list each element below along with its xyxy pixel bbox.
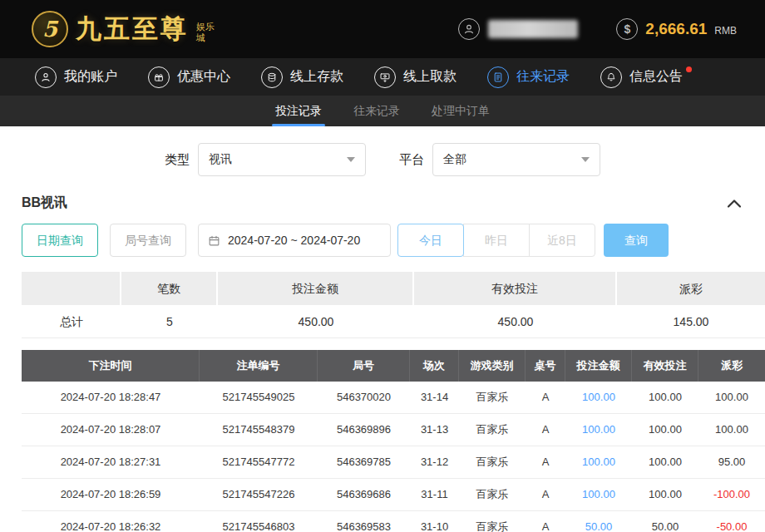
cell-bet-time: 2024-07-20 18:28:47: [22, 382, 200, 413]
balance-amount: 2,666.61: [645, 20, 707, 38]
balance[interactable]: $ 2,666.61 RMB: [616, 18, 737, 40]
nav-item-my-account[interactable]: 我的账户: [35, 66, 117, 88]
cell-game-type: 百家乐: [459, 446, 526, 478]
query-toolbar: 日期查询 局号查询 2024-07-20 ~ 2024-07-20 今日 昨日 …: [0, 224, 765, 257]
cell-game-type: 百家乐: [459, 414, 526, 446]
yesterday-button[interactable]: 昨日: [463, 224, 530, 257]
cell-session: 31-14: [410, 382, 459, 413]
collapse-chevron-up-icon[interactable]: [727, 199, 743, 209]
cell-round-id: 546369785: [318, 446, 410, 478]
tab-transaction-records[interactable]: 往来记录: [348, 96, 405, 126]
nav-item-label: 线上存款: [290, 68, 343, 86]
table-row: 2024-07-20 18:28:07521745548379546369896…: [22, 414, 765, 446]
type-select-value: 视讯: [209, 152, 232, 167]
user-account[interactable]: [458, 18, 578, 40]
sub-nav: 投注记录 往来记录 处理中订单: [0, 96, 765, 126]
column-header: 场次: [410, 350, 459, 382]
platform-select[interactable]: 全部: [432, 143, 600, 176]
cell-bet-amount[interactable]: 100.00: [565, 414, 632, 446]
cell-valid-bet: 50.00: [632, 511, 698, 532]
cell-order-id: 521745548379: [200, 414, 318, 446]
tab-processing-orders[interactable]: 处理中订单: [427, 96, 495, 126]
summary-table: 笔数 投注金额 有效投注 派彩 总计 5 450.00 450.00 145.0…: [22, 272, 765, 338]
nav-item-records[interactable]: 往来记录: [487, 66, 570, 88]
nav-item-announcements[interactable]: 信息公告: [600, 66, 683, 88]
cell-table-no: A: [526, 382, 565, 413]
nav-item-label: 线上取款: [403, 68, 457, 86]
bell-icon: [600, 66, 622, 88]
today-button[interactable]: 今日: [397, 224, 464, 257]
cell-payout: 100.00: [698, 382, 765, 413]
filter-row: 类型 视讯 平台 全部: [0, 143, 765, 176]
summary-total-row: 总计 5 450.00 450.00 145.00: [22, 305, 765, 338]
cell-session: 31-12: [410, 446, 459, 478]
main-nav: 我的账户 优惠中心 线上存款 线上取款 往来记录 信息公告: [0, 58, 765, 96]
cell-valid-bet: 100.00: [632, 446, 698, 478]
last-8-days-button[interactable]: 近8日: [529, 224, 595, 257]
nav-item-withdraw[interactable]: 线上取款: [374, 66, 457, 88]
nav-item-deposit[interactable]: 线上存款: [261, 66, 343, 88]
cell-round-id: 546370020: [318, 382, 410, 413]
summary-count-value: 5: [121, 305, 218, 338]
cell-bet-amount[interactable]: 100.00: [565, 479, 632, 510]
brand-subtitle: 娱乐城: [196, 22, 218, 43]
cell-order-id: 521745547772: [200, 446, 318, 478]
table-row: 2024-07-20 18:28:47521745549025546370020…: [22, 382, 765, 414]
summary-total-label: 总计: [22, 305, 121, 338]
records-icon: [487, 66, 509, 88]
date-query-button[interactable]: 日期查询: [22, 224, 98, 257]
table-row: 2024-07-20 18:26:32521745546803546369583…: [22, 511, 765, 532]
cell-table-no: A: [526, 511, 565, 532]
cell-valid-bet: 100.00: [632, 382, 698, 413]
cell-game-type: 百家乐: [459, 382, 526, 413]
column-header: 注单编号: [200, 350, 318, 382]
cell-session: 31-10: [410, 511, 459, 532]
type-select[interactable]: 视讯: [198, 143, 366, 176]
user-icon: [458, 18, 480, 40]
gift-icon: [148, 66, 170, 88]
nav-item-promotions[interactable]: 优惠中心: [148, 66, 230, 88]
nav-item-label: 优惠中心: [177, 68, 230, 86]
summary-header-bet-amount: 投注金额: [218, 272, 414, 305]
search-button[interactable]: 查询: [604, 224, 669, 257]
summary-header-valid-bet: 有效投注: [414, 272, 617, 305]
cell-game-type: 百家乐: [459, 511, 526, 532]
summary-header-empty: [22, 272, 121, 305]
column-header: 下注时间: [22, 350, 200, 382]
table-body: 2024-07-20 18:28:47521745549025546370020…: [22, 382, 765, 532]
date-range-input[interactable]: 2024-07-20 ~ 2024-07-20: [198, 224, 391, 257]
cell-session: 31-11: [410, 479, 459, 510]
cell-round-id: 546369686: [318, 479, 410, 510]
table-row: 2024-07-20 18:26:59521745547226546369686…: [22, 479, 765, 511]
cell-bet-amount[interactable]: 50.00: [565, 511, 632, 532]
cell-bet-amount[interactable]: 100.00: [565, 446, 632, 478]
cell-game-type: 百家乐: [459, 479, 526, 510]
summary-header-row: 笔数 投注金额 有效投注 派彩: [22, 272, 765, 305]
nav-item-label: 信息公告: [629, 68, 683, 86]
dollar-icon: $: [616, 18, 638, 40]
nav-item-label: 我的账户: [64, 68, 117, 86]
brand-emblem-icon: 5: [32, 11, 68, 47]
cell-table-no: A: [526, 446, 565, 478]
cell-payout: -100.00: [698, 479, 765, 510]
column-header: 游戏类别: [459, 350, 526, 382]
cell-order-id: 521745547226: [200, 479, 318, 510]
top-header: 5 九五至尊 娱乐城 $ 2,666.61 RMB: [0, 0, 765, 58]
tab-bet-records[interactable]: 投注记录: [270, 96, 327, 126]
platform-label: 平台: [399, 152, 424, 168]
redacted-username: [488, 20, 578, 38]
balance-currency: RMB: [714, 25, 737, 37]
cell-bet-time: 2024-07-20 18:28:07: [22, 414, 200, 446]
brand-glyph: 5: [42, 17, 57, 42]
cell-round-id: 546369583: [318, 511, 410, 532]
cell-payout: -50.00: [698, 511, 765, 532]
notification-dot: [686, 66, 692, 72]
cell-order-id: 521745546803: [200, 511, 318, 532]
column-header: 有效投注: [632, 350, 698, 382]
brand-logo[interactable]: 5 九五至尊 娱乐城: [32, 11, 218, 47]
cell-order-id: 521745549025: [200, 382, 318, 413]
withdraw-icon: [374, 66, 396, 88]
cell-bet-amount[interactable]: 100.00: [565, 382, 632, 413]
cell-payout: 95.00: [698, 446, 765, 478]
round-query-button[interactable]: 局号查询: [110, 224, 186, 257]
